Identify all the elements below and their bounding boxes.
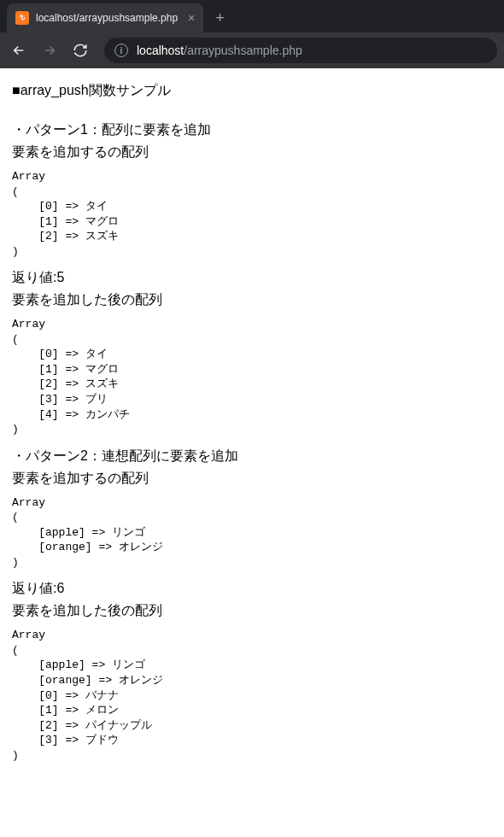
xampp-favicon-icon: ఌ	[15, 11, 29, 25]
page-content: ■array_push関数サンプル ・パターン1：配列に要素を追加 要素を追加す…	[0, 68, 504, 783]
url-text: localhost/arraypushsample.php	[137, 44, 302, 57]
before-array-label-1: 要素を追加するの配列	[12, 142, 492, 162]
before-array-label-2: 要素を追加するの配列	[12, 468, 492, 489]
reload-button[interactable]	[68, 38, 92, 62]
site-info-icon[interactable]: i	[114, 44, 128, 57]
close-tab-icon[interactable]: ×	[188, 11, 195, 25]
pattern2-title: ・パターン2：連想配列に要素を追加	[12, 446, 492, 466]
page-heading: ■array_push関数サンプル	[12, 80, 492, 101]
pattern1-title: ・パターン1：配列に要素を追加	[12, 120, 492, 140]
array-dump-4: Array ( [apple] => リンゴ [orange] => オレンジ …	[12, 628, 492, 763]
array-dump-1: Array ( [0] => タイ [1] => マグロ [2] => スズキ …	[12, 169, 492, 259]
new-tab-button[interactable]: +	[215, 9, 225, 27]
array-dump-3: Array ( [apple] => リンゴ [orange] => オレンジ …	[12, 495, 492, 571]
url-host: localhost	[137, 44, 184, 57]
address-bar[interactable]: i localhost/arraypushsample.php	[104, 38, 497, 63]
back-button[interactable]	[7, 38, 31, 62]
forward-button[interactable]	[38, 38, 62, 62]
browser-toolbar: i localhost/arraypushsample.php	[0, 32, 504, 68]
tab-title: localhost/arraypushsample.php	[36, 12, 178, 24]
browser-tab[interactable]: ఌ localhost/arraypushsample.php ×	[7, 3, 203, 32]
browser-titlebar: ఌ localhost/arraypushsample.php × +	[0, 0, 504, 32]
array-dump-2: Array ( [0] => タイ [1] => マグロ [2] => スズキ …	[12, 317, 492, 436]
return-value-1: 返り値:5	[12, 267, 492, 288]
url-path: /arraypushsample.php	[184, 44, 302, 57]
return-value-2: 返り値:6	[12, 578, 492, 599]
after-array-label-2: 要素を追加した後の配列	[12, 600, 492, 621]
after-array-label-1: 要素を追加した後の配列	[12, 290, 492, 310]
